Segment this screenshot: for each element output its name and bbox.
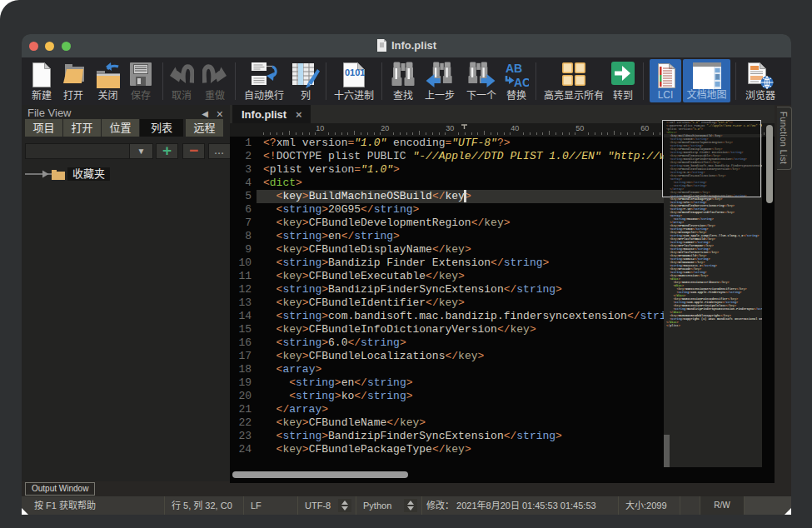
svg-text:0101: 0101 (345, 67, 365, 77)
svg-text:AC: AC (514, 76, 529, 88)
svg-text:AB: AB (506, 62, 522, 75)
